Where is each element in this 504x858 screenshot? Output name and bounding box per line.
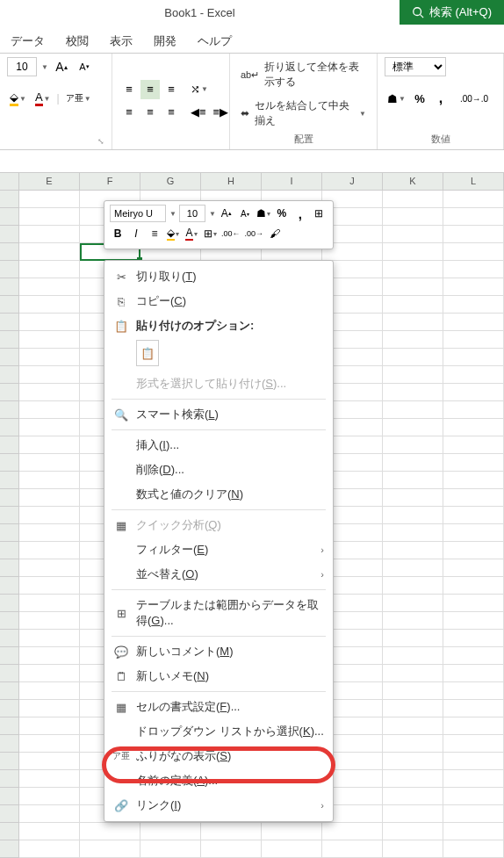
col-header[interactable]: J — [322, 173, 383, 190]
row-header[interactable] — [0, 489, 19, 507]
cell[interactable] — [19, 595, 80, 612]
cell[interactable] — [19, 507, 80, 524]
align-left-button[interactable]: ≡ — [119, 103, 139, 122]
cell[interactable] — [443, 647, 504, 665]
row-header[interactable] — [0, 243, 19, 261]
menu-new-note[interactable]: 🗒 新しいメモ(N) — [104, 664, 333, 689]
row-header[interactable] — [0, 261, 19, 278]
col-header[interactable]: I — [262, 173, 322, 190]
font-size-dropdown[interactable]: ▼ — [41, 63, 48, 71]
cell[interactable] — [19, 261, 80, 278]
menu-dropdown-list[interactable]: ドロップダウン リストから選択(K)... — [104, 719, 333, 744]
cell[interactable] — [383, 419, 443, 436]
cell[interactable] — [322, 823, 383, 840]
cell[interactable] — [383, 349, 443, 366]
cell[interactable] — [322, 840, 383, 858]
cell[interactable] — [19, 542, 80, 559]
tab-view[interactable]: 表示 — [108, 30, 134, 53]
cell[interactable] — [262, 840, 322, 858]
cell[interactable] — [443, 700, 504, 717]
cell[interactable] — [383, 401, 443, 419]
cell[interactable] — [19, 489, 80, 507]
decrease-indent-button[interactable]: ◀≡ — [188, 103, 209, 122]
mini-decrease-font[interactable]: A▾ — [237, 205, 253, 222]
cell[interactable] — [201, 823, 262, 840]
tab-data[interactable]: データ — [9, 30, 47, 53]
tab-review[interactable]: 校閲 — [64, 30, 90, 53]
select-all-corner[interactable] — [0, 173, 19, 190]
cell[interactable] — [19, 419, 80, 436]
cell[interactable] — [19, 314, 80, 331]
merge-center-button[interactable]: ⬌ セルを結合して中央揃え ▼ — [237, 97, 370, 130]
mini-font-input[interactable] — [110, 205, 166, 222]
cell[interactable] — [383, 595, 443, 612]
row-header[interactable] — [0, 401, 19, 419]
cell[interactable] — [443, 612, 504, 630]
row-header[interactable] — [0, 823, 19, 840]
search-box[interactable]: 検索 (Alt+Q) — [400, 0, 504, 25]
cell[interactable] — [383, 261, 443, 278]
cell[interactable] — [443, 384, 504, 401]
cell[interactable] — [443, 577, 504, 595]
mini-merge[interactable]: ⊞ — [311, 205, 327, 222]
mini-size-input[interactable] — [179, 205, 205, 222]
cell[interactable] — [140, 823, 201, 840]
cell[interactable] — [19, 647, 80, 665]
row-header[interactable] — [0, 647, 19, 665]
cell[interactable] — [19, 208, 80, 226]
menu-define-name[interactable]: 名前の定義(A)... — [104, 768, 333, 793]
menu-smart-lookup[interactable]: 🔍 スマート検索(L) — [104, 402, 333, 427]
cell[interactable] — [201, 840, 262, 858]
cell[interactable] — [443, 489, 504, 507]
cell[interactable] — [443, 331, 504, 349]
cell[interactable] — [383, 296, 443, 314]
cell[interactable] — [443, 524, 504, 542]
cell[interactable] — [19, 296, 80, 314]
mini-increase-font[interactable]: A▴ — [219, 205, 234, 222]
align-middle-button[interactable]: ≡ — [140, 80, 160, 99]
row-header[interactable] — [0, 384, 19, 401]
row-header[interactable] — [0, 753, 19, 770]
cell[interactable] — [383, 331, 443, 349]
cell[interactable] — [19, 753, 80, 770]
cell[interactable] — [80, 840, 140, 858]
cell[interactable] — [19, 805, 80, 823]
cell[interactable] — [383, 682, 443, 700]
orientation-button[interactable]: ⤭▼ — [188, 80, 211, 99]
cell[interactable] — [19, 349, 80, 366]
font-color-button[interactable]: A▼ — [32, 89, 54, 108]
cell[interactable] — [443, 366, 504, 384]
row-header[interactable] — [0, 191, 19, 208]
cell[interactable] — [19, 384, 80, 401]
mini-bold[interactable]: B — [110, 225, 126, 242]
cell[interactable] — [383, 472, 443, 489]
row-header[interactable] — [0, 612, 19, 630]
cell[interactable] — [443, 682, 504, 700]
cell[interactable] — [19, 243, 80, 261]
align-right-button[interactable]: ≡ — [162, 103, 181, 122]
cell[interactable] — [443, 665, 504, 682]
row-header[interactable] — [0, 665, 19, 682]
cell[interactable] — [19, 401, 80, 419]
row-header[interactable] — [0, 577, 19, 595]
col-header[interactable]: H — [201, 173, 262, 190]
cell[interactable] — [443, 770, 504, 788]
cell[interactable] — [443, 191, 504, 208]
row-header[interactable] — [0, 436, 19, 454]
cell[interactable] — [19, 472, 80, 489]
row-header[interactable] — [0, 630, 19, 647]
cell[interactable] — [19, 436, 80, 454]
row-header[interactable] — [0, 524, 19, 542]
cell[interactable] — [443, 630, 504, 647]
cell[interactable] — [262, 823, 322, 840]
row-header[interactable] — [0, 770, 19, 788]
cell[interactable] — [383, 823, 443, 840]
cell[interactable] — [383, 840, 443, 858]
menu-clear[interactable]: 数式と値のクリア(N) — [104, 482, 333, 507]
cell[interactable] — [383, 630, 443, 647]
cell[interactable] — [19, 331, 80, 349]
cell[interactable] — [383, 454, 443, 472]
cell[interactable] — [443, 454, 504, 472]
col-header[interactable]: G — [140, 173, 201, 190]
cell[interactable] — [19, 770, 80, 788]
